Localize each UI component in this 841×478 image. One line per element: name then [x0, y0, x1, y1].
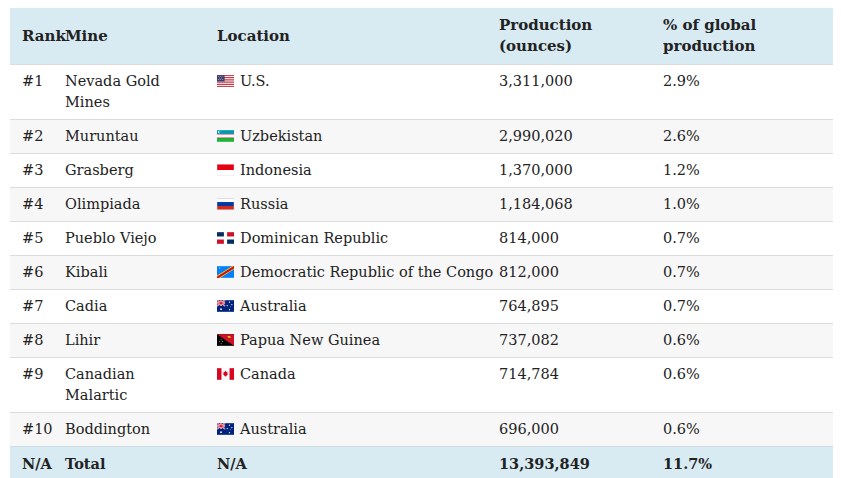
location-cell: Uzbekistan: [205, 120, 487, 154]
mine-cell: Boddington: [53, 413, 205, 447]
table-row: #8 Lihir Papua New Guinea 737,082 0.6%: [10, 324, 833, 358]
header-production-label: Production (ounces): [499, 15, 599, 57]
country-name: Indonesia: [240, 162, 312, 178]
share-cell: 0.6%: [651, 324, 833, 358]
mine-cell: Olimpiada: [53, 188, 205, 222]
share-cell: 0.6%: [651, 413, 833, 447]
share-cell: 0.7%: [651, 256, 833, 290]
share-cell: 1.0%: [651, 188, 833, 222]
flag-au-icon: [217, 300, 234, 312]
mine-name: Canadian Malartic: [65, 364, 165, 406]
flag-cd-icon: [217, 266, 234, 278]
flag-uz-icon: [217, 130, 234, 142]
share-cell: 0.7%: [651, 222, 833, 256]
table-row: #7 Cadia Australia 764,895 0.7%: [10, 290, 833, 324]
rank-cell: #6: [10, 256, 53, 290]
mine-name: Boddington: [65, 419, 150, 440]
table-row: #10 Boddington Australia 696,000 0.6%: [10, 413, 833, 447]
mine-cell: Cadia: [53, 290, 205, 324]
rank-cell: #10: [10, 413, 53, 447]
table-body: #1 Nevada Gold Mines U.S. 3,311,000 2.9%…: [10, 65, 833, 478]
mine-name: Pueblo Viejo: [65, 228, 157, 249]
table-row: #5 Pueblo Viejo Dominican Republic 814,0…: [10, 222, 833, 256]
share-cell: 1.2%: [651, 154, 833, 188]
total-mine-cell: Total: [53, 447, 205, 478]
location-cell: Canada: [205, 358, 487, 413]
production-cell: 764,895: [487, 290, 651, 324]
mine-cell: Pueblo Viejo: [53, 222, 205, 256]
gold-mines-table: Rank Mine Location Production (ounces) %…: [10, 8, 833, 478]
production-cell: 1,370,000: [487, 154, 651, 188]
header-share-label: % of global production: [663, 15, 763, 57]
production-cell: 1,184,068: [487, 188, 651, 222]
flag-do-icon: [217, 232, 234, 244]
rank-cell: #3: [10, 154, 53, 188]
rank-cell: #9: [10, 358, 53, 413]
mine-name: Olimpiada: [65, 194, 140, 215]
flag-us-icon: [217, 75, 234, 87]
header-production: Production (ounces): [487, 8, 651, 65]
gold-mines-table-container: Rank Mine Location Production (ounces) %…: [0, 0, 841, 478]
header-row: Rank Mine Location Production (ounces) %…: [10, 8, 833, 65]
production-cell: 696,000: [487, 413, 651, 447]
production-cell: 814,000: [487, 222, 651, 256]
total-production-cell: 13,393,849: [487, 447, 651, 478]
country-name: Uzbekistan: [240, 128, 322, 144]
share-cell: 2.9%: [651, 65, 833, 120]
mine-name: Nevada Gold Mines: [65, 71, 165, 113]
country-name: Canada: [240, 366, 296, 382]
country-name: Russia: [240, 196, 288, 212]
table-row: #9 Canadian Malartic Canada 714,784 0.6%: [10, 358, 833, 413]
country-name: Democratic Republic of the Congo: [240, 264, 493, 280]
table-header: Rank Mine Location Production (ounces) %…: [10, 8, 833, 65]
location-cell: Australia: [205, 290, 487, 324]
total-row: N/A Total N/A 13,393,849 11.7%: [10, 447, 833, 478]
location-cell: Democratic Republic of the Congo: [205, 256, 487, 290]
flag-ru-icon: [217, 198, 234, 210]
total-rank-cell: N/A: [10, 447, 53, 478]
location-cell: U.S.: [205, 65, 487, 120]
mine-cell: Muruntau: [53, 120, 205, 154]
table-row: #1 Nevada Gold Mines U.S. 3,311,000 2.9%: [10, 65, 833, 120]
mine-cell: Canadian Malartic: [53, 358, 205, 413]
share-cell: 2.6%: [651, 120, 833, 154]
flag-ca-icon: [217, 368, 234, 380]
production-cell: 714,784: [487, 358, 651, 413]
rank-cell: #1: [10, 65, 53, 120]
production-cell: 737,082: [487, 324, 651, 358]
total-share-cell: 11.7%: [651, 447, 833, 478]
location-cell: Russia: [205, 188, 487, 222]
country-name: Papua New Guinea: [240, 332, 380, 348]
mine-cell: Kibali: [53, 256, 205, 290]
mine-cell: Grasberg: [53, 154, 205, 188]
mine-name: Grasberg: [65, 160, 134, 181]
header-share: % of global production: [651, 8, 833, 65]
rank-cell: #8: [10, 324, 53, 358]
mine-name: Muruntau: [65, 126, 139, 147]
flag-id-icon: [217, 164, 234, 176]
share-cell: 0.6%: [651, 358, 833, 413]
production-cell: 3,311,000: [487, 65, 651, 120]
production-cell: 812,000: [487, 256, 651, 290]
table-row: #4 Olimpiada Russia 1,184,068 1.0%: [10, 188, 833, 222]
mine-cell: Nevada Gold Mines: [53, 65, 205, 120]
country-name: Australia: [240, 421, 307, 437]
flag-au-icon: [217, 423, 234, 435]
flag-pg-icon: [217, 334, 234, 346]
mine-name: Kibali: [65, 262, 108, 283]
table-row: #3 Grasberg Indonesia 1,370,000 1.2%: [10, 154, 833, 188]
rank-cell: #5: [10, 222, 53, 256]
country-name: Australia: [240, 298, 307, 314]
mine-name: Cadia: [65, 296, 107, 317]
rank-cell: #2: [10, 120, 53, 154]
location-cell: Australia: [205, 413, 487, 447]
rank-cell: #4: [10, 188, 53, 222]
mine-name: Lihir: [65, 330, 100, 351]
total-location-cell: N/A: [205, 447, 487, 478]
mine-cell: Lihir: [53, 324, 205, 358]
header-location: Location: [205, 8, 487, 65]
location-cell: Papua New Guinea: [205, 324, 487, 358]
header-rank: Rank: [10, 8, 53, 65]
country-name: U.S.: [240, 73, 270, 89]
table-row: #2 Muruntau Uzbekistan 2,990,020 2.6%: [10, 120, 833, 154]
